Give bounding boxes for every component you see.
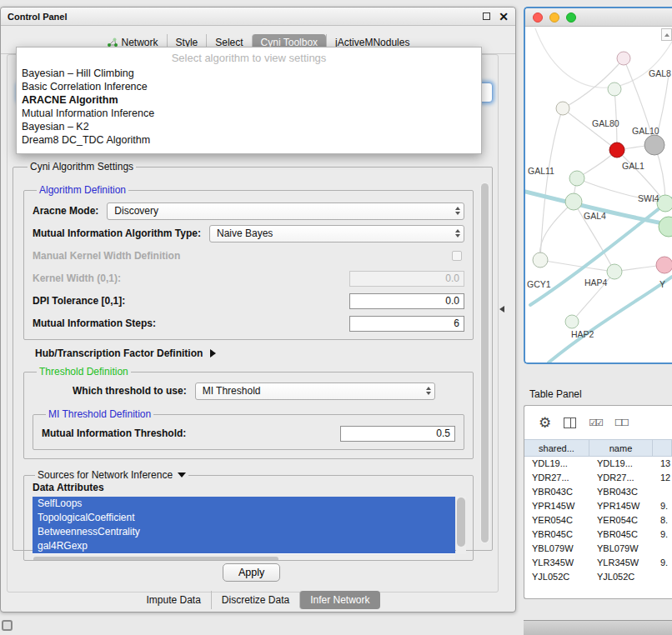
kernel-width-label: Kernel Width (0,1):	[33, 272, 121, 284]
float-window-icon[interactable]	[483, 12, 490, 20]
table-row[interactable]: YPR145WYPR145W9.	[524, 499, 672, 513]
data-attributes-list[interactable]: SelfLoopsTopologicalCoefficientBetweenne…	[33, 497, 455, 554]
threshold-definition-legend: Threshold Definition	[37, 366, 131, 378]
tab-impute-data[interactable]: Impute Data	[136, 591, 210, 609]
hub-definition-label: Hub/Transcription Factor Definition	[35, 348, 203, 359]
dropdown-item[interactable]: Dream8 DC_TDC Algorithm	[17, 133, 481, 147]
table-panel-title: Table Panel	[529, 388, 582, 400]
table-cell: YJL052C	[589, 570, 653, 584]
node-label: SWI4	[638, 193, 659, 203]
network-node[interactable]	[657, 195, 672, 212]
sources-expander[interactable]: Sources for Network Inference	[38, 469, 186, 481]
table-row[interactable]: YDL19...YDL19...13	[524, 457, 672, 471]
network-node[interactable]	[607, 264, 622, 279]
dropdown-item[interactable]: Bayesian – K2	[17, 120, 481, 133]
control-panel-titlebar[interactable]: Control Panel ✕	[1, 8, 515, 26]
mi-threshold-field[interactable]: 0.5	[340, 426, 455, 442]
aracne-mode-label: Aracne Mode:	[33, 205, 98, 217]
minimized-panel-icon[interactable]	[2, 620, 13, 631]
network-edge[interactable]	[563, 108, 617, 150]
node-label: Y	[659, 279, 665, 289]
network-node[interactable]	[565, 315, 579, 328]
scrollbar-up-arrow[interactable]	[661, 28, 672, 41]
attribute-item[interactable]: TopologicalCoefficient	[33, 511, 455, 525]
table-row[interactable]: YLR345WYLR345W9.	[524, 556, 672, 570]
window-title: Control Panel	[8, 12, 68, 22]
network-node[interactable]	[556, 102, 569, 115]
hub-definition-expander[interactable]: Hub/Transcription Factor Definition	[35, 348, 474, 359]
mi-type-combobox[interactable]: Naive Bayes	[209, 225, 464, 242]
splitter-collapse-arrow[interactable]	[499, 306, 504, 312]
dropdown-item[interactable]: Basic Correlation Inference	[17, 80, 481, 93]
table-cell: YER054C	[524, 513, 589, 528]
scrollbar-thumb[interactable]	[481, 183, 489, 542]
table-row[interactable]: YBR045CYBR045C9.	[524, 528, 672, 542]
threshold-definition-group: Threshold Definition Which threshold to …	[23, 366, 474, 459]
collapse-arrow-icon	[178, 472, 186, 478]
table-cell: YDL19...	[524, 457, 589, 471]
table-row[interactable]: YJL052CYJL052C	[524, 570, 672, 584]
close-traffic-light-icon[interactable]	[533, 12, 543, 22]
table-row[interactable]: YBR043CYBR043C	[524, 485, 672, 499]
aracne-mode-combobox[interactable]: Discovery	[107, 202, 464, 220]
column-header-name[interactable]: name	[589, 440, 653, 456]
gear-icon[interactable]: ⚙	[539, 414, 551, 432]
attribute-item[interactable]: SelfLoops	[33, 497, 455, 511]
which-threshold-combobox[interactable]: MI Threshold	[195, 382, 435, 400]
columns-icon[interactable]	[564, 418, 576, 428]
settings-scrollbar[interactable]	[480, 182, 489, 543]
network-window-titlebar[interactable]	[525, 8, 672, 27]
deselect-all-icon[interactable]: ☐☐	[614, 418, 628, 428]
scrollbar-thumb[interactable]	[33, 557, 278, 561]
dpi-tolerance-field[interactable]: 0.0	[349, 293, 464, 309]
control-panel-window: Control Panel ✕ Network Style Select Cyn…	[0, 7, 516, 612]
combo-arrows-icon	[426, 387, 431, 395]
attribute-item[interactable]: BetweennessCentrality	[33, 525, 455, 539]
network-edge[interactable]	[539, 202, 574, 260]
column-header-shared-name[interactable]: shared...	[524, 440, 589, 456]
mi-steps-field[interactable]: 6	[349, 316, 464, 332]
which-threshold-value: MI Threshold	[203, 385, 423, 397]
scrollbar-thumb[interactable]	[457, 498, 465, 547]
network-node[interactable]	[617, 52, 630, 65]
list-horizontal-scrollbar[interactable]	[33, 556, 455, 561]
network-node[interactable]	[608, 82, 621, 96]
select-all-icon[interactable]: ☑☑	[589, 418, 602, 428]
table-row[interactable]: YBL079WYBL079W	[524, 542, 672, 556]
dropdown-placeholder: Select algorithm to view settings	[17, 48, 481, 67]
network-node[interactable]	[533, 252, 548, 268]
tab-infer-network[interactable]: Infer Network	[299, 591, 379, 609]
dropdown-item-selected[interactable]: ARACNE Algorithm	[17, 93, 481, 107]
tab-discretize-data[interactable]: Discretize Data	[211, 591, 299, 609]
network-node[interactable]	[656, 257, 672, 273]
attribute-item[interactable]: gal4RGexp	[33, 539, 455, 553]
network-node[interactable]	[565, 193, 582, 210]
aracne-mode-value: Discovery	[114, 205, 452, 217]
network-node[interactable]	[609, 142, 624, 158]
network-node[interactable]	[569, 171, 584, 186]
minimize-traffic-light-icon[interactable]	[549, 12, 559, 22]
table-cell	[653, 542, 672, 556]
close-icon[interactable]: ✕	[499, 12, 509, 21]
list-vertical-scrollbar[interactable]	[456, 497, 466, 554]
table-row[interactable]: YER054CYER054C8.	[524, 513, 672, 528]
mi-threshold-definition-legend: MI Threshold Definition	[46, 408, 153, 420]
network-node[interactable]	[644, 135, 664, 155]
table-cell: 13	[653, 457, 672, 471]
table-body: YDL19...YDL19...13YDR27...YDR27...12YBR0…	[524, 457, 672, 584]
table-cell: YJL052C	[524, 570, 589, 584]
node-label: GAL1	[622, 161, 644, 171]
apply-button[interactable]: Apply	[223, 563, 280, 582]
dropdown-item[interactable]: Mutual Information Inference	[17, 107, 481, 120]
manual-kernel-checkbox[interactable]	[452, 251, 462, 261]
network-canvas[interactable]: GAL80GAL10GAL11GAL1SWI4GAL4GCY1HAP4HAP2G…	[525, 27, 672, 362]
table-cell: YBR045C	[524, 528, 589, 542]
network-node[interactable]	[659, 217, 672, 237]
dropdown-item[interactable]: Bayesian – Hill Climbing	[17, 67, 481, 80]
mi-threshold-label: Mutual Information Threshold:	[42, 428, 186, 439]
algorithm-dropdown-popup: Select algorithm to view settings Bayesi…	[16, 47, 482, 154]
column-header-extra[interactable]	[653, 440, 672, 456]
table-cell: YBL079W	[589, 542, 653, 556]
table-row[interactable]: YDR27...YDR27...12	[524, 471, 672, 485]
zoom-traffic-light-icon[interactable]	[566, 12, 576, 22]
